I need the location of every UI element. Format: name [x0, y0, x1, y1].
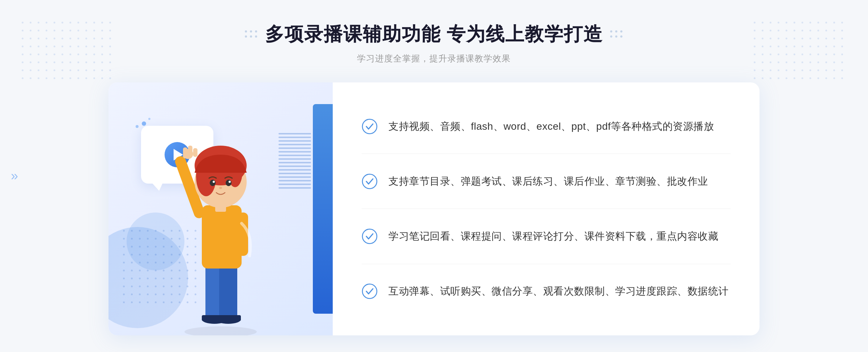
feature-text-2: 支持章节目录、弹题考试、课后练习、课后作业、章节测验、批改作业 — [388, 173, 708, 190]
bg-dots-top-right: (function(){ var c = document.currentScr… — [754, 22, 846, 82]
girl-illustration — [148, 126, 293, 335]
blue-accent-bar — [313, 104, 333, 314]
divider-3 — [362, 264, 731, 264]
check-circle-icon-4 — [362, 283, 378, 299]
title-row: (function(){ var c = document.currentScr… — [245, 22, 623, 47]
svg-point-0 — [184, 326, 257, 335]
header-deco-dots-left: (function(){ var c = document.currentScr… — [245, 30, 258, 38]
feature-item-4: 互动弹幕、试听购买、微信分享、观看次数限制、学习进度跟踪、数据统计 — [362, 274, 731, 309]
left-deco-arrows: » — [11, 169, 18, 183]
svg-rect-22 — [188, 146, 192, 156]
svg-point-17 — [229, 181, 231, 183]
header-deco-dots-right: (function(){ var c = document.currentScr… — [610, 30, 623, 38]
svg-point-16 — [213, 181, 215, 183]
feature-item-1: 支持视频、音频、flash、word、excel、ppt、pdf等各种格式的资源… — [362, 109, 731, 144]
feature-text-3: 学习笔记回看、课程提问、课程评论打分、课件资料下载，重点内容收藏 — [388, 228, 718, 245]
svg-rect-2 — [219, 263, 237, 321]
bg-dots-top-left: (function(){ var c = document.currentScr… — [22, 22, 114, 82]
svg-point-27 — [362, 284, 377, 299]
svg-rect-23 — [193, 148, 197, 157]
feature-item-3: 学习笔记回看、课程提问、课程评论打分、课件资料下载，重点内容收藏 — [362, 219, 731, 254]
svg-point-26 — [362, 229, 377, 244]
check-circle-icon-2 — [362, 173, 378, 189]
svg-point-15 — [226, 180, 231, 186]
svg-point-24 — [362, 119, 377, 134]
feature-text-4: 互动弹幕、试听购买、微信分享、观看次数限制、学习进度跟踪、数据统计 — [388, 283, 729, 300]
check-circle-icon-3 — [362, 228, 378, 244]
main-content-card: (function(){ var c = document.currentScr… — [109, 82, 760, 335]
svg-rect-19 — [215, 205, 226, 212]
page-wrapper: (function(){ var c = document.currentScr… — [0, 0, 868, 352]
svg-point-18 — [219, 187, 222, 189]
sparkle-3 — [148, 118, 150, 120]
svg-rect-9 — [238, 213, 248, 256]
check-circle-icon-1 — [362, 119, 378, 134]
svg-rect-21 — [183, 147, 187, 158]
svg-point-14 — [210, 180, 216, 186]
page-title: 多项录播课辅助功能 专为线上教学打造 — [265, 22, 603, 47]
right-features-panel: 支持视频、音频、flash、word、excel、ppt、pdf等各种格式的资源… — [333, 82, 760, 335]
page-subtitle: 学习进度全掌握，提升录播课教学效果 — [245, 53, 623, 64]
left-illustration-panel: (function(){ var c = document.currentScr… — [109, 82, 333, 335]
svg-rect-6 — [216, 315, 241, 321]
svg-point-25 — [362, 174, 377, 189]
sparkle-1 — [142, 121, 146, 126]
divider-2 — [362, 209, 731, 209]
feature-item-2: 支持章节目录、弹题考试、课后练习、课后作业、章节测验、批改作业 — [362, 164, 731, 199]
chevron-right-icon: » — [11, 169, 18, 183]
svg-rect-7 — [202, 205, 242, 269]
header-section: (function(){ var c = document.currentScr… — [245, 22, 623, 64]
divider-1 — [362, 154, 731, 154]
feature-text-1: 支持视频、音频、flash、word、excel、ppt、pdf等各种格式的资源… — [388, 118, 714, 135]
sparkle-2 — [136, 125, 139, 128]
